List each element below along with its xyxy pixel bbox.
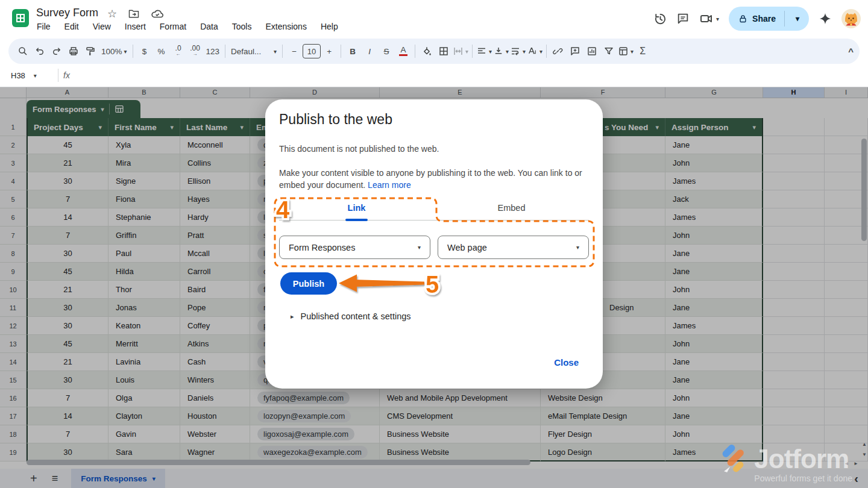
column-header-I[interactable]: I xyxy=(825,87,868,98)
sum-functions-button[interactable]: Σ xyxy=(634,43,651,60)
cell-design[interactable]: Website Design xyxy=(541,389,665,407)
insert-comment-button[interactable] xyxy=(567,43,583,60)
document-title[interactable]: Survey Form xyxy=(36,7,98,19)
row-header[interactable]: 6 xyxy=(0,208,27,227)
row-header[interactable]: 10 xyxy=(0,281,27,299)
cell-project-days[interactable]: 45 xyxy=(27,263,108,281)
avatar[interactable] xyxy=(841,9,861,28)
column-header-D[interactable]: D xyxy=(250,87,380,98)
search-icon[interactable] xyxy=(14,43,31,60)
star-icon[interactable]: ☆ xyxy=(107,7,117,20)
cell-project-days[interactable]: 7 xyxy=(27,190,108,208)
cell-assign-person[interactable]: James xyxy=(665,317,763,335)
cell-email[interactable]: lozopyn@example.com xyxy=(250,407,380,425)
cloud-status-icon[interactable] xyxy=(151,7,164,20)
row-header[interactable]: 5 xyxy=(0,190,27,208)
cell[interactable] xyxy=(825,353,868,371)
cell-assign-person[interactable]: Jane xyxy=(665,136,763,154)
row-header[interactable]: 15 xyxy=(0,371,27,389)
cell-assign-person[interactable]: John xyxy=(665,227,763,245)
learn-more-link[interactable]: Learn more xyxy=(368,180,411,190)
cell[interactable] xyxy=(763,172,825,190)
add-sheet-button[interactable]: + xyxy=(30,472,37,486)
name-box[interactable]: H38 ▾ xyxy=(0,71,53,80)
cell-last-name[interactable]: Webster xyxy=(180,425,250,443)
cell-email[interactable]: ligoxosaj@example.com xyxy=(250,425,380,443)
font-select[interactable]: Defaul...▾ xyxy=(228,43,279,60)
cell[interactable] xyxy=(763,136,825,154)
menu-insert[interactable]: Insert xyxy=(125,22,146,31)
redo-button[interactable] xyxy=(48,43,65,60)
strikethrough-button[interactable]: S xyxy=(378,43,395,60)
menu-file[interactable]: File xyxy=(37,22,51,31)
row-header[interactable]: 11 xyxy=(0,299,27,317)
decrease-font-size-button[interactable]: − xyxy=(286,43,303,60)
row-header[interactable]: 18 xyxy=(0,425,27,443)
horizontal-scrollbar[interactable] xyxy=(27,460,530,465)
cell-last-name[interactable]: Carroll xyxy=(180,263,250,281)
cell[interactable] xyxy=(763,245,825,263)
text-rotation-button[interactable]: ▾ xyxy=(526,43,543,60)
column-header-F[interactable]: F xyxy=(541,87,665,98)
publish-button[interactable]: Publish xyxy=(280,272,337,295)
cell-project-days[interactable]: 30 xyxy=(27,371,108,389)
cell-first-name[interactable]: Thor xyxy=(108,281,180,299)
cell[interactable] xyxy=(763,371,825,389)
font-size-input[interactable]: 10 xyxy=(303,44,321,58)
vertical-scrollbar[interactable] xyxy=(861,139,867,241)
cell-email[interactable]: fyfapoq@example.com xyxy=(250,389,380,407)
cell-first-name[interactable]: Fiona xyxy=(108,190,180,208)
cell-first-name[interactable]: Paul xyxy=(108,245,180,263)
cell-last-name[interactable]: Hayes xyxy=(180,190,250,208)
cell-project-days[interactable]: 7 xyxy=(27,389,108,407)
cell-last-name[interactable]: Winters xyxy=(180,371,250,389)
format-percent-button[interactable]: % xyxy=(153,43,170,60)
collapse-toolbar-button[interactable]: ^ xyxy=(848,46,854,57)
more-formats-button[interactable]: 123 xyxy=(204,43,222,60)
header-cell-project-days[interactable]: Project Days▾ xyxy=(27,118,108,136)
grid-corner[interactable] xyxy=(0,87,27,98)
cell-last-name[interactable]: Baird xyxy=(180,281,250,299)
table-name-chip[interactable]: Form Responses ▾ xyxy=(27,100,140,118)
menu-extensions[interactable]: Extensions xyxy=(265,22,306,31)
cell-project-days[interactable]: 30 xyxy=(27,299,108,317)
italic-button[interactable]: I xyxy=(361,43,378,60)
row-header[interactable]: 1 xyxy=(0,118,27,136)
cell[interactable] xyxy=(825,425,868,443)
column-header-G[interactable]: G xyxy=(665,87,763,98)
row-header[interactable]: 19 xyxy=(0,443,27,461)
cell-last-name[interactable]: Mccall xyxy=(180,245,250,263)
cell-service[interactable]: Business Website xyxy=(380,425,541,443)
row-header[interactable]: 8 xyxy=(0,245,27,263)
horizontal-align-button[interactable]: ▾ xyxy=(476,43,492,60)
fill-color-button[interactable] xyxy=(418,43,435,60)
cell-assign-person[interactable]: Jane xyxy=(665,263,763,281)
cell-design[interactable]: Flyer Design xyxy=(541,425,665,443)
cell[interactable] xyxy=(763,299,825,317)
scrollbar-arrows[interactable]: ▲▼ xyxy=(862,442,867,457)
cell[interactable] xyxy=(825,407,868,425)
row-header[interactable]: 12 xyxy=(0,317,27,335)
table-icon[interactable] xyxy=(115,104,124,114)
cell-first-name[interactable]: Mira xyxy=(108,154,180,172)
close-button[interactable]: Close xyxy=(554,357,579,368)
cell-first-name[interactable]: Jonas xyxy=(108,299,180,317)
row-header[interactable]: 4 xyxy=(0,172,27,190)
share-dropdown-button[interactable]: ▾ xyxy=(790,14,805,23)
tab-link[interactable]: Link xyxy=(279,196,434,220)
cell-first-name[interactable]: Clayton xyxy=(108,407,180,425)
cell[interactable] xyxy=(825,371,868,389)
row-header[interactable]: 2 xyxy=(0,136,27,154)
menu-format[interactable]: Format xyxy=(160,22,186,31)
cell-project-days[interactable]: 30 xyxy=(27,443,108,461)
print-button[interactable] xyxy=(65,43,82,60)
increase-font-size-button[interactable]: + xyxy=(321,43,338,60)
column-header-B[interactable]: B xyxy=(108,87,180,98)
cell-project-days[interactable]: 7 xyxy=(27,425,108,443)
cell-email[interactable]: waxegezoka@example.com xyxy=(250,443,380,461)
sheet-tab-form-responses[interactable]: Form Responses ▾ xyxy=(71,469,165,488)
cell[interactable] xyxy=(763,208,825,227)
cell-service[interactable]: CMS Development xyxy=(380,407,541,425)
cell-project-days[interactable]: 14 xyxy=(27,208,108,227)
published-content-settings-toggle[interactable]: ▸ Published content & settings xyxy=(291,311,411,321)
